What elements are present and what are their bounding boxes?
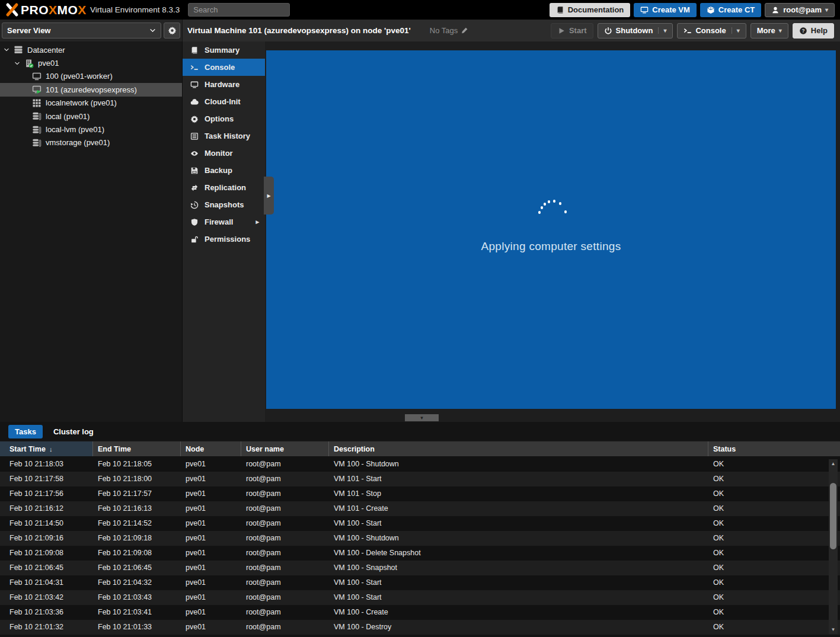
chevron-down-icon	[149, 27, 156, 34]
table-row[interactable]: Feb 10 21:18:03 Feb 10 21:18:05 pve01 ro…	[0, 457, 840, 472]
menu-item-label: Permissions	[205, 235, 250, 244]
content-header: Virtual Machine 101 (azuredevopsexpress)…	[183, 20, 840, 41]
tags-editor[interactable]: No Tags	[430, 26, 468, 35]
tags-label: No Tags	[430, 26, 458, 35]
cell-user: root@pam	[241, 531, 329, 546]
collapse-menu-handle[interactable]: ▶	[264, 177, 274, 215]
menu-item[interactable]: Hardware ▸	[183, 76, 265, 93]
menu-item[interactable]: Console ▸	[183, 59, 265, 76]
menu-item[interactable]: Backup ▸	[183, 162, 265, 179]
cell-node: pve01	[181, 472, 241, 486]
panel-tab[interactable]: Tasks	[8, 425, 43, 438]
scroll-up-icon[interactable]: ▲	[829, 461, 838, 466]
chevron-down-icon: ▾	[825, 7, 828, 13]
menu-item[interactable]: Cloud-Init ▸	[183, 93, 265, 110]
cell-end-time: Feb 10 21:16:13	[93, 501, 181, 516]
tree-item-label: local (pve01)	[46, 112, 90, 121]
tree-item-label: localnetwork (pve01)	[46, 98, 117, 107]
column-header[interactable]: End Time	[93, 441, 181, 456]
table-row[interactable]: Feb 10 21:14:50 Feb 10 21:14:52 pve01 ro…	[0, 516, 840, 531]
table-row[interactable]: Feb 10 21:16:12 Feb 10 21:16:13 pve01 ro…	[0, 501, 840, 516]
view-mode-select[interactable]: Server View	[2, 23, 161, 39]
cell-description: VM 100 - Shutdown	[329, 531, 708, 546]
scrollbar-thumb[interactable]	[830, 483, 836, 549]
table-row[interactable]: Feb 10 21:03:42 Feb 10 21:03:43 pve01 ro…	[0, 590, 840, 605]
cell-node: pve01	[181, 486, 241, 501]
dropdown-toggle[interactable]: ▾	[658, 27, 666, 34]
windows-boot-spinner	[534, 197, 569, 225]
sidebar-header: Server View	[0, 20, 183, 41]
table-row[interactable]: Feb 10 21:03:36 Feb 10 21:03:41 pve01 ro…	[0, 605, 840, 620]
table-row[interactable]: Feb 10 21:09:08 Feb 10 21:09:08 pve01 ro…	[0, 546, 840, 561]
menu-item[interactable]: Task History ▸	[183, 127, 265, 145]
topbar-button[interactable]: root@pam ▾	[765, 3, 835, 17]
cell-user: root@pam	[241, 472, 329, 486]
vm-action-button[interactable]: Help ▾ ▾	[793, 23, 834, 39]
vm-console-screen[interactable]: Applying computer settings	[266, 50, 836, 409]
cell-user: root@pam	[241, 501, 329, 516]
cell-end-time: Feb 10 21:01:33	[93, 620, 181, 635]
tree-item[interactable]: pve01	[0, 56, 182, 69]
cell-description: VM 100 - Start	[329, 575, 708, 590]
topbar-button[interactable]: Documentation ▾	[550, 3, 631, 17]
vm-action-button[interactable]: Shutdown ▾ ▾	[598, 23, 673, 39]
table-row[interactable]: Feb 10 21:17:58 Feb 10 21:18:00 pve01 ro…	[0, 472, 840, 486]
column-header[interactable]: Status	[708, 441, 840, 456]
button-icon	[771, 6, 780, 14]
menu-item[interactable]: Replication ▸	[183, 179, 265, 196]
button-icon	[557, 27, 566, 35]
tree-item[interactable]: Datacenter	[0, 43, 182, 56]
column-header[interactable]: Description	[329, 441, 708, 456]
menu-item[interactable]: Permissions ▸	[183, 231, 265, 248]
table-row[interactable]: Feb 10 21:17:56 Feb 10 21:17:57 pve01 ro…	[0, 486, 840, 501]
tree-item[interactable]: localnetwork (pve01)	[0, 97, 182, 110]
cell-node: pve01	[181, 546, 241, 561]
vm-action-button[interactable]: Start ▾ ▾	[551, 23, 593, 39]
chevron-down-icon	[14, 60, 20, 66]
vm-action-button[interactable]: More ▾ ▾	[750, 23, 788, 39]
cell-description: VM 100 - Shutdown	[329, 457, 708, 472]
dropdown-toggle[interactable]: ▾	[732, 27, 740, 34]
tree-item[interactable]: local-lvm (pve01)	[0, 123, 182, 136]
tree-item-icon	[14, 45, 23, 55]
search-input[interactable]	[188, 3, 290, 17]
cell-node: pve01	[181, 605, 241, 620]
menu-item[interactable]: Summary ▸	[183, 41, 265, 59]
menu-item[interactable]: Options ▸	[183, 110, 265, 127]
topbar-button[interactable]: Create CT ▾	[700, 3, 761, 17]
vm-action-button[interactable]: Console ▾ ▾	[677, 23, 746, 39]
menu-item-icon	[190, 167, 199, 175]
bottom-panel-splitter[interactable]: ▾	[405, 414, 439, 421]
table-row[interactable]: Feb 10 21:06:45 Feb 10 21:06:45 pve01 ro…	[0, 561, 840, 575]
view-mode-label: Server View	[7, 26, 50, 35]
tree-item-label: vmstorage (pve01)	[46, 138, 110, 147]
cell-start-time: Feb 10 21:03:36	[0, 605, 93, 620]
table-row[interactable]: Feb 10 21:01:32 Feb 10 21:01:33 pve01 ro…	[0, 620, 840, 635]
menu-item[interactable]: Snapshots ▸	[183, 196, 265, 213]
tree-item[interactable]: local (pve01)	[0, 110, 182, 123]
cell-end-time: Feb 10 21:18:05	[93, 457, 181, 472]
column-header[interactable]: Start Time↓	[0, 441, 93, 456]
tree-settings-button[interactable]	[164, 23, 180, 39]
tree-item[interactable]: 101 (azuredevopsexpress)	[0, 83, 182, 96]
scroll-down-icon[interactable]: ▼	[829, 627, 838, 632]
table-scrollbar[interactable]: ▲ ▼	[829, 459, 838, 634]
table-row[interactable]: Feb 10 21:04:31 Feb 10 21:04:32 pve01 ro…	[0, 575, 840, 590]
tree-item[interactable]: 100 (pve01-worker)	[0, 70, 182, 83]
menu-item[interactable]: Firewall ▸	[183, 213, 265, 231]
cell-start-time: Feb 10 21:03:42	[0, 590, 93, 605]
table-row[interactable]: Feb 10 21:09:16 Feb 10 21:09:18 pve01 ro…	[0, 531, 840, 546]
button-label: More	[757, 26, 775, 35]
menu-item[interactable]: Monitor ▸	[183, 145, 265, 162]
menu-item-icon	[190, 115, 199, 123]
cell-description: VM 101 - Create	[329, 501, 708, 516]
panel-tab[interactable]: Cluster log	[50, 425, 97, 438]
topbar-button[interactable]: Create VM ▾	[634, 3, 697, 17]
column-header[interactable]: Node	[181, 441, 241, 456]
cell-user: root@pam	[241, 605, 329, 620]
column-header[interactable]: User name	[241, 441, 329, 456]
tree-item-label: 100 (pve01-worker)	[46, 72, 113, 81]
tree-item-icon	[32, 111, 41, 121]
tree-item[interactable]: vmstorage (pve01)	[0, 136, 182, 149]
vm-action-buttons: Start ▾ ▾ Shutdown ▾ ▾ Console	[551, 23, 834, 39]
